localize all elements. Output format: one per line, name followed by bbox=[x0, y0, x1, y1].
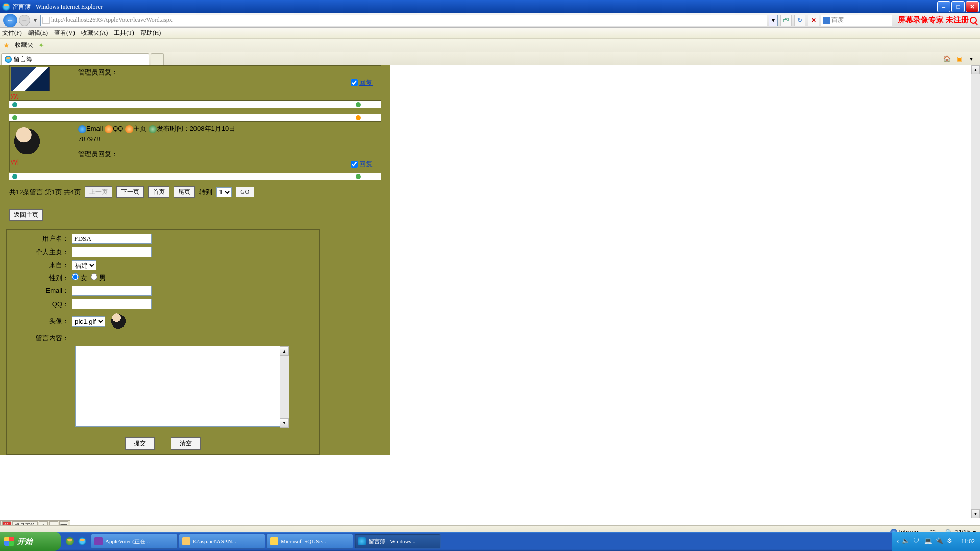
home-icon[interactable]: 🏠 bbox=[942, 54, 951, 63]
from-select[interactable]: 福建 bbox=[72, 260, 96, 270]
tray-icon[interactable]: ⚙ bbox=[947, 537, 955, 545]
textarea-scrollbar[interactable]: ▲ ▼ bbox=[280, 346, 289, 428]
tray-icon[interactable]: 💻 bbox=[924, 537, 933, 545]
new-tab-button[interactable] bbox=[151, 53, 164, 65]
gender-male-option[interactable]: 男 bbox=[91, 273, 106, 283]
menu-edit[interactable]: 编辑(E) bbox=[28, 29, 48, 37]
avatar-image bbox=[11, 125, 43, 158]
task-button[interactable]: AppleVoter (正在... bbox=[91, 534, 178, 549]
quick-launch bbox=[64, 535, 88, 548]
minimize-button[interactable]: – bbox=[937, 1, 950, 12]
stop-button[interactable]: ✕ bbox=[808, 15, 819, 26]
home-icon[interactable] bbox=[125, 125, 133, 133]
tab-active[interactable]: 留言簿 bbox=[1, 53, 149, 65]
content-textarea[interactable] bbox=[75, 346, 289, 427]
address-dropdown[interactable]: ▾ bbox=[769, 15, 778, 26]
sql-icon bbox=[270, 537, 278, 545]
avatar-image bbox=[11, 67, 50, 91]
content-label: 留言内容： bbox=[11, 334, 72, 343]
page-select[interactable]: 1 bbox=[216, 187, 232, 197]
divider-bar bbox=[9, 114, 381, 121]
reply-checkbox[interactable] bbox=[351, 79, 358, 86]
ie-quick-icon[interactable] bbox=[77, 535, 88, 548]
homepage-label: 个人主页： bbox=[11, 247, 72, 257]
refresh-button[interactable]: ↻ bbox=[794, 15, 805, 26]
scroll-up-icon[interactable]: ▲ bbox=[280, 346, 289, 356]
show-desktop-icon[interactable] bbox=[64, 535, 76, 548]
message-username: yyj bbox=[11, 158, 19, 165]
submit-button[interactable]: 提交 bbox=[125, 437, 155, 450]
back-button[interactable]: ← bbox=[3, 14, 17, 27]
first-page-button[interactable]: 首页 bbox=[148, 186, 169, 198]
next-page-button[interactable]: 下一页 bbox=[116, 186, 144, 198]
tab-strip: 留言簿 🏠 ▣ ▾ bbox=[0, 52, 980, 65]
go-button[interactable]: GO bbox=[236, 187, 254, 197]
homepage-input[interactable] bbox=[72, 247, 152, 257]
address-bar[interactable]: http://localhost:2693/AppleVoter/leaveWo… bbox=[40, 15, 767, 26]
menu-help[interactable]: 帮助(H) bbox=[140, 29, 161, 37]
scroll-down-icon[interactable]: ▼ bbox=[280, 418, 289, 428]
email-icon[interactable] bbox=[78, 125, 86, 133]
admin-reply-label: 管理员回复： bbox=[78, 68, 377, 77]
email-input[interactable] bbox=[72, 286, 152, 296]
dot-icon bbox=[12, 102, 17, 107]
reply-checkbox[interactable] bbox=[351, 161, 358, 168]
add-favorite-icon[interactable]: ✦ bbox=[38, 41, 44, 49]
start-button[interactable]: 开始 bbox=[0, 532, 61, 551]
goto-label: 转到 bbox=[199, 188, 212, 197]
divider-bar bbox=[9, 173, 381, 180]
chevron-down-icon[interactable]: ▾ bbox=[967, 54, 976, 63]
search-box[interactable]: 百度 bbox=[821, 15, 892, 26]
close-button[interactable]: ✕ bbox=[966, 1, 979, 12]
menu-file[interactable]: 文件(F) bbox=[2, 29, 22, 37]
task-button[interactable]: Microsoft SQL Se... bbox=[266, 534, 353, 549]
app-icon bbox=[94, 537, 103, 545]
tray-icon[interactable]: 🔈 bbox=[902, 537, 910, 545]
message-meta: Email QQ 主页 发布时间：2008年1月10日 bbox=[78, 124, 377, 133]
task-button[interactable]: E:\asp.net\ASP.N... bbox=[179, 534, 265, 549]
feeds-icon[interactable]: ▣ bbox=[954, 54, 964, 63]
gender-label: 性别： bbox=[11, 273, 72, 283]
tab-title: 留言簿 bbox=[14, 55, 32, 64]
taskbar: 开始 AppleVoter (正在... E:\asp.net\ASP.N...… bbox=[0, 532, 980, 551]
email-label: Email： bbox=[11, 286, 72, 295]
gender-female-option[interactable]: 女 bbox=[72, 273, 87, 283]
menu-tools[interactable]: 工具(T) bbox=[114, 29, 134, 37]
windows-logo-icon bbox=[4, 537, 14, 546]
reply-link[interactable]: 回复 bbox=[359, 78, 373, 87]
tray-icon[interactable]: 🔌 bbox=[936, 537, 944, 545]
menu-favorites[interactable]: 收藏夹(A) bbox=[81, 29, 108, 37]
window-title: 留言簿 - Windows Internet Explorer bbox=[12, 3, 103, 11]
avatar-select[interactable]: pic1.gif bbox=[72, 316, 105, 327]
scroll-up-icon[interactable]: ▲ bbox=[971, 65, 980, 74]
avatar-label: 头像： bbox=[11, 317, 72, 326]
favorites-label[interactable]: 收藏夹 bbox=[15, 41, 33, 49]
reply-link[interactable]: 回复 bbox=[359, 160, 373, 169]
qq-icon[interactable] bbox=[105, 125, 113, 133]
compat-button[interactable]: 🗗 bbox=[780, 15, 792, 26]
page-scrollbar[interactable]: ▲ ▼ bbox=[971, 65, 980, 518]
dot-icon bbox=[12, 115, 17, 120]
clock[interactable]: 11:02 bbox=[961, 538, 975, 545]
star-icon[interactable]: ★ bbox=[3, 41, 10, 49]
qq-input[interactable] bbox=[72, 299, 152, 309]
back-home-button[interactable]: 返回主页 bbox=[9, 209, 43, 221]
maximize-button[interactable]: □ bbox=[951, 1, 965, 12]
task-button-active[interactable]: 留言簿 - Windows... bbox=[354, 534, 441, 549]
clear-button[interactable]: 清空 bbox=[171, 437, 201, 450]
menu-view[interactable]: 查看(V) bbox=[54, 29, 75, 37]
last-page-button[interactable]: 尾页 bbox=[174, 186, 195, 198]
scroll-down-icon[interactable]: ▼ bbox=[971, 509, 980, 518]
qq-label: QQ： bbox=[11, 299, 72, 309]
guestbook-form: 用户名： 个人主页： 来自： 福建 性别： 女 男 bbox=[6, 229, 320, 455]
username-input[interactable] bbox=[72, 234, 152, 244]
prev-page-button[interactable]: 上一页 bbox=[85, 186, 112, 198]
nav-history-dropdown[interactable]: ▾ bbox=[32, 15, 39, 26]
pagination: 共12条留言 第1页 共4页 上一页 下一页 首页 尾页 转到 1 GO 返回主… bbox=[0, 180, 390, 227]
avatar-preview bbox=[109, 312, 128, 331]
forward-button[interactable]: → bbox=[19, 15, 30, 26]
dot-icon bbox=[356, 174, 361, 179]
message-card: yyj Email QQ 主页 发布时间：2008年1月10日 787978 管… bbox=[9, 121, 381, 172]
tray-icon[interactable]: 🛡 bbox=[913, 537, 921, 545]
tray-expand-icon[interactable]: ‹ bbox=[897, 538, 899, 545]
